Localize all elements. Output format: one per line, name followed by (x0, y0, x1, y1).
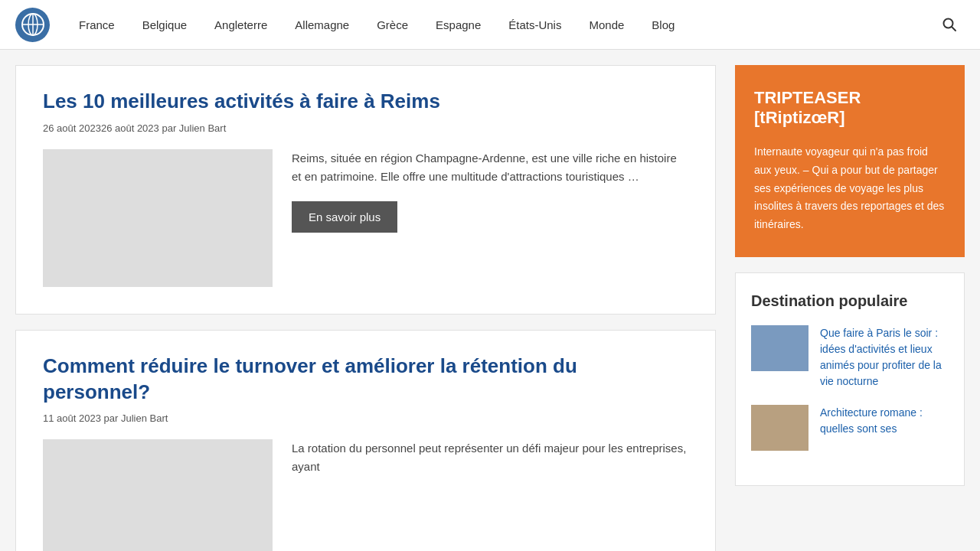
article-1-image (43, 149, 273, 287)
site-logo[interactable] (15, 8, 50, 42)
destination-1-thumb (751, 325, 808, 371)
sidebar: TRIPTEASER [tRiptizœR] Internaute voyage… (735, 65, 965, 551)
nav-link-monde[interactable]: Monde (575, 0, 638, 50)
nav-link-france[interactable]: France (65, 0, 129, 50)
nav-link-allemagne[interactable]: Allemagne (281, 0, 363, 50)
nav-link-belgique[interactable]: Belgique (129, 0, 201, 50)
article-card-1: Les 10 meilleures activités à faire à Re… (15, 65, 716, 315)
destination-1-link[interactable]: Que faire à Paris le soir : idées d'acti… (820, 325, 949, 390)
nav-link-angleterre[interactable]: Angleterre (201, 0, 281, 50)
article-1-read-more[interactable]: En savoir plus (292, 201, 397, 233)
nav-links: FranceBelgiqueAngleterreAllemagneGrèceEs… (65, 0, 934, 50)
destination-2-thumb (751, 405, 808, 451)
article-1-body: Reims, située en région Champagne-Ardenn… (43, 149, 688, 287)
nav-link-blog[interactable]: Blog (638, 0, 688, 50)
article-2-image (43, 439, 273, 551)
nav-link-etats-unis[interactable]: États-Unis (495, 0, 575, 50)
tripteaser-box: TRIPTEASER [tRiptizœR] Internaute voyage… (735, 65, 965, 257)
article-2-meta: 11 août 2023 par Julien Bart (43, 412, 688, 424)
article-2-date: 11 août 2023 (43, 412, 101, 424)
article-2-body: La rotation du personnel peut représente… (43, 439, 688, 551)
by-label: par (162, 122, 178, 134)
search-icon[interactable] (934, 9, 965, 40)
main-content: Les 10 meilleures activités à faire à Re… (15, 65, 716, 551)
article-2-excerpt: La rotation du personnel peut représente… (292, 439, 688, 476)
article-2-author: Julien Bart (121, 412, 168, 424)
article-card-2: Comment réduire le turnover et améliorer… (15, 330, 716, 551)
destination-item-1: Que faire à Paris le soir : idées d'acti… (751, 325, 949, 390)
nav-link-grece[interactable]: Grèce (363, 0, 422, 50)
article-1-author: Julien Bart (179, 122, 226, 134)
nav-link-espagne[interactable]: Espagne (422, 0, 495, 50)
tripteaser-title: TRIPTEASER [tRiptizœR] (754, 88, 946, 128)
article-1-title: Les 10 meilleures activités à faire à Re… (43, 89, 688, 115)
article-2-title: Comment réduire le turnover et améliorer… (43, 354, 688, 406)
article-2-text: La rotation du personnel peut représente… (292, 439, 688, 491)
article-1-text: Reims, située en région Champagne-Ardenn… (292, 149, 688, 233)
destination-item-2: Architecture romane : quelles sont ses (751, 405, 949, 451)
destination-box: Destination populaire Que faire à Paris … (735, 272, 965, 486)
by-label-2: par (104, 412, 121, 424)
destination-2-link[interactable]: Architecture romane : quelles sont ses (820, 405, 949, 437)
article-1-date: 26 août 202326 août 2023 (43, 122, 159, 134)
article-1-excerpt: Reims, située en région Champagne-Ardenn… (292, 149, 688, 186)
tripteaser-text: Internaute voyageur qui n'a pas froid au… (754, 143, 946, 234)
article-1-meta: 26 août 202326 août 2023 par Julien Bart (43, 122, 688, 134)
navigation: FranceBelgiqueAngleterreAllemagneGrèceEs… (0, 0, 980, 50)
page-wrapper: Les 10 meilleures activités à faire à Re… (0, 50, 980, 551)
svg-line-5 (952, 27, 956, 31)
destination-popular-title: Destination populaire (751, 292, 949, 310)
